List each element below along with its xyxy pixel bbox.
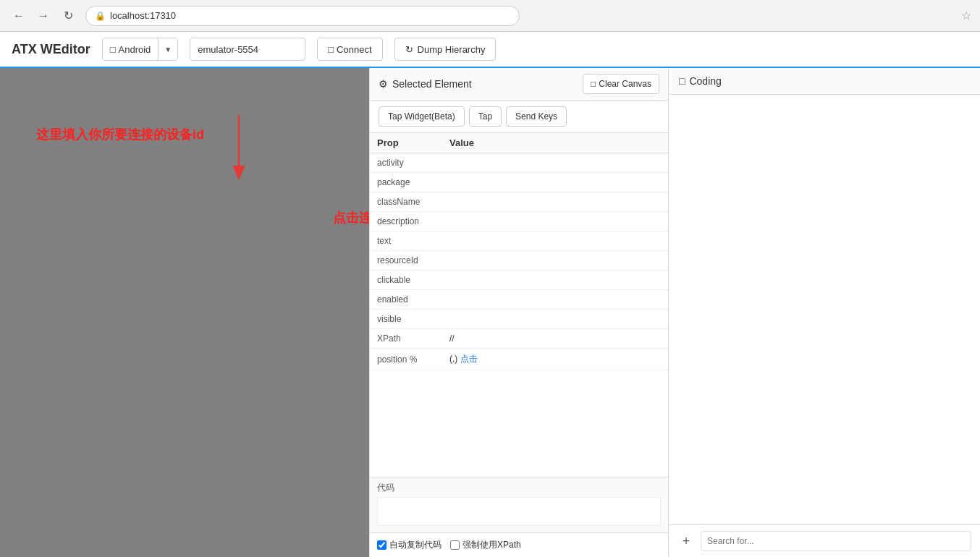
android-icon: □ [110, 44, 116, 55]
table-row: text [370, 231, 668, 251]
connect-label: Connect [337, 44, 371, 55]
table-row: XPath // [370, 329, 668, 349]
table-row: className [370, 192, 668, 212]
prop-description: description [370, 212, 442, 231]
inspector-icon: ⚙ [379, 78, 388, 90]
val-package [442, 173, 668, 192]
prop-xpath: XPath [370, 329, 442, 349]
coding-body [669, 95, 980, 524]
platform-text: Android [119, 44, 151, 55]
inspector-panel: ⚙ Selected Element □ Clear Canvas Tap Wi… [369, 68, 669, 557]
coding-header: □ Coding [669, 68, 980, 95]
prop-enabled: enabled [370, 290, 442, 310]
platform-selector: □ Android ▼ [102, 38, 179, 61]
coding-icon: □ [679, 75, 685, 87]
platform-label: □ Android [103, 38, 159, 60]
address-bar: 🔒 localhost:17310 [85, 6, 520, 26]
val-description [442, 212, 668, 231]
table-row: position % (,) 点击 [370, 349, 668, 370]
val-position: (,) 点击 [442, 349, 668, 370]
device-input[interactable] [190, 38, 305, 61]
table-row: enabled [370, 290, 668, 310]
connect-button[interactable]: □ Connect [317, 38, 382, 61]
clear-canvas-icon: □ [591, 79, 596, 89]
props-table: Prop Value activity package className [370, 133, 668, 477]
connect-icon: □ [328, 44, 334, 55]
back-button[interactable]: ← [9, 6, 29, 26]
code-section: 代码 [370, 477, 668, 532]
position-coords: (,) [449, 354, 460, 364]
val-xpath: // [442, 329, 668, 349]
table-row: visible [370, 310, 668, 329]
coding-panel: □ Coding + [669, 68, 980, 557]
force-xpath-checkbox-label[interactable]: 强制使用XPath [450, 539, 521, 551]
force-xpath-label: 强制使用XPath [462, 539, 521, 551]
annotation-text-2: 点击连接就可以了 [333, 209, 369, 226]
prop-classname: className [370, 192, 442, 212]
prop-activity: activity [370, 153, 442, 173]
refresh-button[interactable]: ↻ [58, 6, 78, 26]
tap-widget-button[interactable]: Tap Widget(Beta) [379, 106, 465, 127]
prop-visible: visible [370, 310, 442, 329]
prop-resourceid: resourceId [370, 251, 442, 271]
lock-icon: 🔒 [95, 11, 106, 21]
auto-copy-checkbox[interactable] [377, 540, 386, 550]
prop-position: position % [370, 349, 442, 370]
force-xpath-checkbox[interactable] [450, 540, 460, 550]
prop-text: text [370, 231, 442, 251]
platform-dropdown-button[interactable]: ▼ [159, 38, 177, 60]
coding-search-input[interactable] [701, 531, 971, 551]
val-resourceid [442, 251, 668, 271]
bookmark-button[interactable]: ☆ [961, 9, 971, 22]
tap-button[interactable]: Tap [469, 106, 502, 127]
annotation-text-1: 这里填入你所要连接的设备id [36, 126, 204, 143]
value-col-header: Value [442, 133, 668, 153]
auto-copy-label: 自动复制代码 [389, 539, 442, 551]
prop-package: package [370, 173, 442, 192]
dump-icon: ↻ [405, 44, 413, 55]
dump-label: Dump Hierarchy [418, 44, 486, 55]
clear-canvas-button[interactable]: □ Clear Canvas [583, 74, 659, 94]
position-link[interactable]: 点击 [460, 354, 478, 364]
table-row: clickable [370, 271, 668, 290]
browser-chrome: ← → ↻ 🔒 localhost:17310 ☆ [0, 0, 980, 32]
table-row: package [370, 173, 668, 192]
nav-buttons: ← → ↻ [9, 6, 78, 26]
device-panel: 这里填入你所要连接的设备id 点击连接就可以了 [0, 68, 369, 557]
dump-hierarchy-button[interactable]: ↻ Dump Hierarchy [394, 38, 497, 61]
code-label: 代码 [377, 482, 661, 494]
coding-title: Coding [689, 75, 721, 87]
app-header: ATX WEditor □ Android ▼ □ Connect ↻ Dump… [0, 32, 980, 68]
inspector-title-text: Selected Element [392, 78, 472, 90]
val-visible [442, 310, 668, 329]
auto-copy-checkbox-label[interactable]: 自动复制代码 [377, 539, 442, 551]
add-code-button[interactable]: + [677, 532, 695, 550]
table-row: activity [370, 153, 668, 173]
val-enabled [442, 290, 668, 310]
url-text: localhost:17310 [110, 10, 176, 21]
forward-button[interactable]: → [33, 6, 54, 26]
val-text [442, 231, 668, 251]
clear-canvas-label: Clear Canvas [599, 79, 651, 89]
annotation-arrow [181, 108, 268, 195]
val-activity [442, 153, 668, 173]
action-buttons: Tap Widget(Beta) Tap Send Keys [370, 101, 668, 133]
inspector-header: ⚙ Selected Element □ Clear Canvas [370, 68, 668, 101]
prop-clickable: clickable [370, 271, 442, 290]
send-keys-button[interactable]: Send Keys [506, 106, 567, 127]
table-row: resourceId [370, 251, 668, 271]
bottom-checkboxes: 自动复制代码 强制使用XPath [370, 532, 668, 557]
code-textarea[interactable] [377, 497, 661, 526]
prop-col-header: Prop [370, 133, 442, 153]
val-clickable [442, 271, 668, 290]
coding-footer: + [669, 524, 980, 557]
app-title: ATX WEditor [12, 42, 90, 57]
inspector-title: ⚙ Selected Element [379, 78, 472, 90]
main-layout: 这里填入你所要连接的设备id 点击连接就可以了 ⚙ Selected Eleme… [0, 68, 980, 557]
table-row: description [370, 212, 668, 231]
val-classname [442, 192, 668, 212]
